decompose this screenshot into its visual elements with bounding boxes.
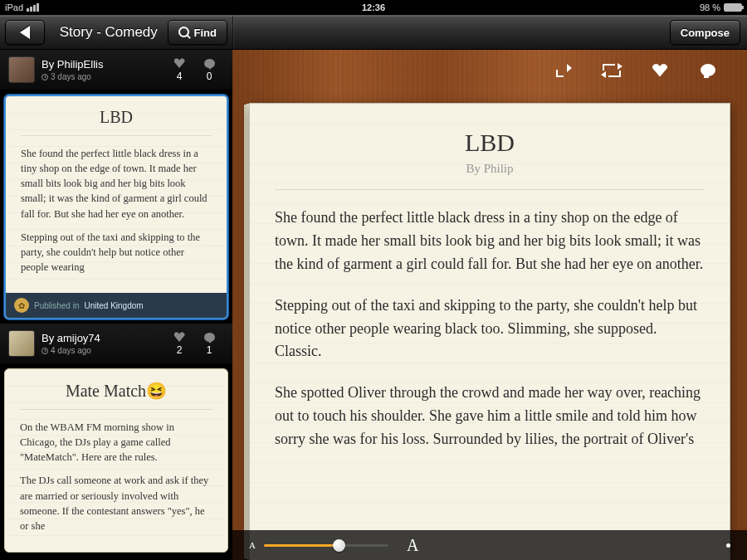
repost-icon: [603, 64, 621, 77]
compose-button[interactable]: Compose: [670, 20, 740, 45]
story-detail: PhilipEllis Type: Comedy, Story Share Re…: [232, 50, 747, 560]
comment-stat[interactable]: 1: [194, 331, 224, 356]
battery-pct: 98 %: [700, 2, 720, 12]
paw-badge-icon: ✿: [14, 298, 29, 313]
list-item-header[interactable]: By PhilipEllis 3 days ago 4 0: [0, 50, 232, 90]
story-title: Mate Match😆: [5, 369, 227, 404]
share-icon: [556, 64, 571, 77]
find-button[interactable]: Find: [168, 20, 227, 45]
battery-icon: [724, 3, 742, 12]
font-large-label: A: [407, 536, 418, 555]
font-small-label: A: [249, 540, 256, 550]
paper-title: LBD: [250, 104, 730, 157]
nav-bar: Story - Comedy Find Compose: [0, 15, 747, 50]
author-name: PhilipEllis: [57, 58, 104, 71]
avatar: [8, 330, 35, 357]
comment-icon: [204, 59, 215, 68]
comment-stat[interactable]: 0: [194, 57, 224, 82]
story-list[interactable]: By PhilipEllis 3 days ago 4 0 LBD She fo…: [0, 50, 232, 560]
story-excerpt: She found the perfect little black dress…: [6, 141, 227, 293]
card-footer: ✿ Published in United Kingdom: [6, 293, 227, 318]
heart-icon: [174, 332, 185, 342]
page-title: Story - Comedy: [50, 24, 168, 41]
story-paper[interactable]: LBD By Philip She found the perfect litt…: [249, 103, 730, 560]
story-title: LBD: [6, 96, 227, 130]
clock-icon: [42, 348, 48, 354]
font-size-slider[interactable]: [264, 542, 388, 548]
post-age: 3 days ago: [51, 72, 91, 81]
compose-label: Compose: [681, 27, 730, 39]
comment-icon: [204, 333, 215, 342]
heart-icon: [174, 58, 185, 68]
font-size-bar: A A: [232, 530, 747, 560]
back-arrow-icon: [20, 26, 30, 39]
find-label: Find: [194, 27, 217, 39]
story-card[interactable]: LBD She found the perfect little black d…: [4, 95, 228, 319]
slider-thumb-icon[interactable]: [333, 539, 345, 552]
story-excerpt: On the WBAM FM morning show in Chicago, …: [5, 415, 227, 552]
author-name: amijoy74: [57, 332, 100, 344]
page-indicator-dot: [726, 543, 730, 548]
paper-body: She found the perfect little black dress…: [250, 190, 730, 486]
paper-byline: By Philip: [250, 162, 730, 176]
device-label: iPad: [5, 2, 23, 12]
published-location: United Kingdom: [84, 301, 143, 310]
list-item-header[interactable]: By amijoy74 4 days ago 2 1: [0, 324, 232, 364]
signal-icon: [27, 3, 39, 12]
heart-stat[interactable]: 4: [164, 57, 194, 82]
search-icon: [178, 27, 190, 38]
avatar: [8, 56, 35, 83]
comment-icon: [701, 64, 715, 76]
clock: 12:36: [362, 2, 385, 12]
heart-stat[interactable]: 2: [164, 331, 194, 356]
status-bar: iPad 12:36 98 %: [0, 0, 747, 15]
post-age: 4 days ago: [51, 346, 91, 355]
clock-icon: [42, 74, 48, 80]
back-button[interactable]: [5, 20, 45, 45]
story-card[interactable]: Mate Match😆 On the WBAM FM morning show …: [4, 368, 228, 553]
